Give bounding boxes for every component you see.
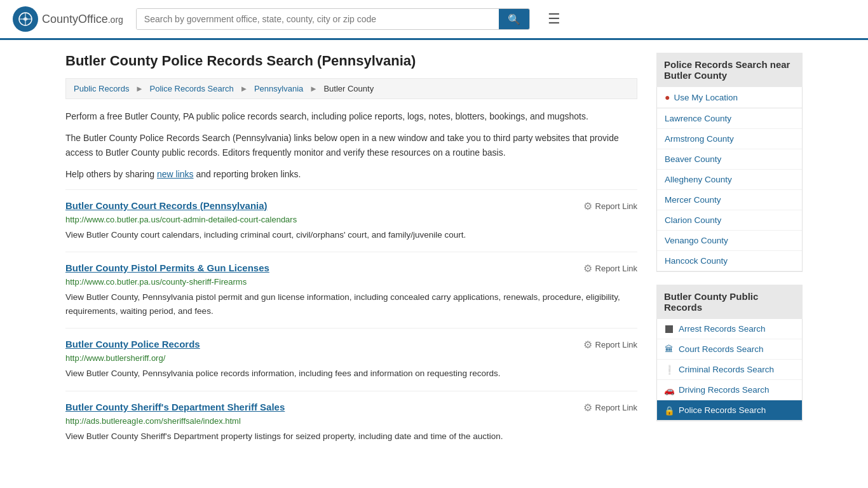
report-link-0[interactable]: ⚙ Report Link	[583, 200, 637, 212]
court-records-label: Court Records Search	[679, 344, 764, 354]
arrest-records-icon	[665, 325, 674, 334]
report-icon-2: ⚙	[583, 339, 592, 351]
result-url-0[interactable]: http://www.co.butler.pa.us/court-admin-d…	[65, 215, 637, 224]
result-url-2[interactable]: http://www.butlersheriff.org/	[65, 353, 637, 363]
breadcrumb-pennsylvania[interactable]: Pennsylvania	[254, 84, 303, 93]
content-area: Butler County Police Records Search (Pen…	[65, 53, 637, 454]
search-input[interactable]	[137, 9, 499, 29]
new-links-link[interactable]: new links	[157, 169, 194, 179]
result-title-3[interactable]: Butler County Sheriff's Department Sheri…	[65, 402, 285, 412]
police-records-label: Police Records Search	[679, 405, 766, 415]
result-title-1[interactable]: Butler County Pistol Permits & Gun Licen…	[65, 262, 269, 273]
sidebar: Police Records Search near Butler County…	[656, 53, 803, 454]
nearby-item-7[interactable]: Hancock County	[657, 251, 802, 271]
page-title: Butler County Police Records Search (Pen…	[65, 53, 637, 69]
arrest-records-label: Arrest Records Search	[679, 324, 766, 334]
intro-paragraph-3: Help others by sharing new links and rep…	[65, 167, 637, 181]
result-item-1: Butler County Pistol Permits & Gun Licen…	[65, 252, 637, 328]
report-link-1[interactable]: ⚙ Report Link	[583, 262, 637, 274]
result-item-0: Butler County Court Records (Pennsylvani…	[65, 189, 637, 252]
public-records-item-2[interactable]: ❕ Criminal Records Search	[657, 360, 802, 380]
breadcrumb: Public Records ► Police Records Search ►…	[65, 78, 637, 99]
menu-button[interactable]: ☰	[543, 8, 566, 30]
use-my-location-item[interactable]: ● Use My Location	[657, 87, 802, 109]
report-icon-0: ⚙	[583, 200, 592, 212]
logo[interactable]: CountyOffice.org	[13, 6, 123, 32]
result-url-1[interactable]: http://www.co.butler.pa.us/county-sherif…	[65, 277, 637, 287]
breadcrumb-public-records[interactable]: Public Records	[74, 84, 129, 93]
result-title-0[interactable]: Butler County Court Records (Pennsylvani…	[65, 200, 268, 211]
use-my-location-label: Use My Location	[674, 93, 738, 102]
logo-icon	[13, 6, 38, 32]
nearby-list: ● Use My Location Lawrence County Armstr…	[656, 87, 803, 272]
location-icon: ●	[665, 92, 670, 102]
search-button[interactable]: 🔍	[499, 9, 529, 29]
report-icon-1: ⚙	[583, 262, 592, 274]
nearby-item-5[interactable]: Clarion County	[657, 210, 802, 231]
public-records-item-1[interactable]: 🏛 Court Records Search	[657, 339, 802, 360]
driving-records-label: Driving Records Search	[679, 385, 770, 395]
intro-paragraph-2: The Butler County Police Records Search …	[65, 131, 637, 159]
report-link-2[interactable]: ⚙ Report Link	[583, 339, 637, 351]
criminal-records-icon: ❕	[665, 365, 674, 374]
intro-paragraph-1: Perform a free Butler County, PA public …	[65, 109, 637, 123]
search-bar: 🔍	[136, 8, 530, 30]
header: CountyOffice.org 🔍 ☰	[0, 0, 868, 40]
public-records-list: Arrest Records Search 🏛 Court Records Se…	[656, 319, 803, 421]
result-title-2[interactable]: Butler County Police Records	[65, 339, 200, 349]
public-records-item-3[interactable]: 🚗 Driving Records Search	[657, 380, 802, 400]
nearby-item-0[interactable]: Lawrence County	[657, 109, 802, 129]
breadcrumb-police-records-search[interactable]: Police Records Search	[150, 84, 234, 93]
public-records-item-4[interactable]: 🔒 Police Records Search	[657, 400, 802, 421]
nearby-item-4[interactable]: Mercer County	[657, 190, 802, 210]
criminal-records-label: Criminal Records Search	[679, 365, 774, 374]
result-item-2: Butler County Police Records ⚙ Report Li…	[65, 328, 637, 391]
nearby-item-6[interactable]: Venango County	[657, 231, 802, 251]
nearby-item-1[interactable]: Armstrong County	[657, 129, 802, 149]
court-records-icon: 🏛	[665, 345, 674, 354]
result-desc-3: View Butler County Sheriff's Department …	[65, 430, 637, 444]
nearby-section-title: Police Records Search near Butler County	[656, 53, 803, 87]
police-records-icon: 🔒	[665, 406, 674, 415]
result-desc-1: View Butler County, Pennsylvania pistol …	[65, 290, 637, 318]
nearby-item-2[interactable]: Beaver County	[657, 149, 802, 170]
public-records-section-title: Butler County Public Records	[656, 285, 803, 319]
main-container: Butler County Police Records Search (Pen…	[53, 40, 815, 466]
driving-records-icon: 🚗	[665, 386, 674, 395]
result-desc-2: View Butler County, Pennsylvania police …	[65, 367, 637, 381]
result-url-3[interactable]: http://ads.butlereagIe.com/sheriffsale/i…	[65, 416, 637, 426]
result-item-3: Butler County Sheriff's Department Sheri…	[65, 391, 637, 454]
report-icon-3: ⚙	[583, 402, 592, 414]
report-link-3[interactable]: ⚙ Report Link	[583, 402, 637, 414]
result-desc-0: View Butler County court calendars, incl…	[65, 228, 637, 242]
logo-suffix: .org	[108, 15, 123, 25]
public-records-item-0[interactable]: Arrest Records Search	[657, 319, 802, 339]
logo-text: CountyOffice.org	[42, 13, 123, 26]
nearby-item-3[interactable]: Allegheny County	[657, 170, 802, 190]
breadcrumb-butler-county: Butler County	[323, 84, 374, 93]
